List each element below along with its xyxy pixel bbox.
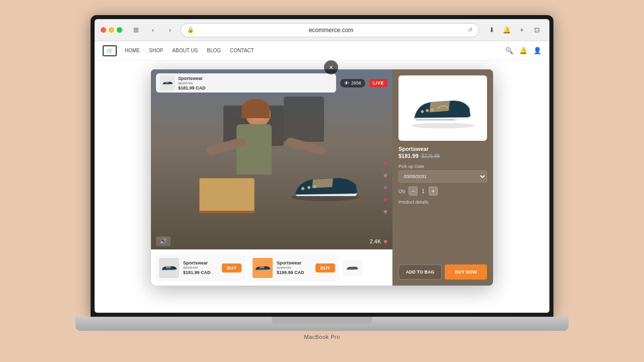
browser-window: ⊞ ‹ › 🔒 ecommerce.com ↺ ⬇ 🔔 + ⊡ [95,19,549,313]
traffic-lights [101,27,122,33]
qty-row: Qty − 1 + [398,187,487,196]
extensions-button[interactable]: ⊡ [530,24,543,37]
buy-now-button[interactable]: BUY NOW [445,264,487,280]
svg-point-1 [301,187,304,190]
product-price-original: $226.99 [422,153,440,159]
forward-button[interactable]: › [164,24,177,37]
sidebar-toggle-button[interactable]: ⊞ [129,24,142,37]
laptop-label: MacBook Pro [304,334,340,340]
laptop-base [75,317,569,331]
volume-button[interactable]: 🔊 [156,236,171,246]
strip-buy-btn-1[interactable]: BUY [222,263,242,273]
ecommerce-site: 🛒 HOME SHOP ABOUT US BLOG CONTACT 🔍 🔔 👤 [95,41,549,313]
eye-icon: 👁 [344,80,349,86]
product-price-row: $181.99 $226.99 [398,153,487,159]
heart-1: ♥ [383,159,387,167]
downloads-button[interactable]: ⬇ [485,24,498,37]
view-count-bottom: 2.4K ♥ [370,238,387,245]
url-display: ecommerce.com [197,27,465,34]
products-strip: Sportswear $220.99 $181.99 CAD BUY [151,249,392,286]
product-preview-card[interactable]: Sportswear $220.99 $181.99 CAD [156,73,336,93]
site-header-right: 🔍 🔔 👤 [505,47,541,54]
strip-item-2: Sportswear $228.99 $199.99 CAD BUY [249,255,339,281]
chevron-down-icon[interactable]: ⌄ [483,72,489,80]
qty-value: 1 [420,189,427,194]
account-icon[interactable]: 👤 [533,47,541,54]
reload-icon[interactable]: ↺ [468,27,472,33]
shoe-box [199,178,255,213]
strip-original-2: $228.99 [277,265,311,270]
qty-label: Qty [398,189,406,194]
viewer-count: 👁 2656 [340,79,365,87]
strip-thumb-2 [253,258,273,278]
nav-home[interactable]: HOME [125,48,140,53]
pickup-date-label: Pick up Date [398,164,487,169]
strip-item-1: Sportswear $220.99 $181.99 CAD BUY [155,255,246,281]
shoe-box-lid [199,211,255,213]
notification-icon[interactable]: 🔔 [519,47,527,54]
heart-4: ♥ [383,196,387,204]
preview-original-price: $220.99 [178,81,206,85]
new-tab-button[interactable]: + [515,24,528,37]
close-traffic-light[interactable] [101,27,106,33]
bottom-heart-icon: ♥ [383,238,387,245]
site-main: × [95,60,549,313]
nav-shop[interactable]: SHOP [149,48,163,53]
product-details-link[interactable]: Product details [398,200,487,205]
product-action-row: ADD TO BAG BUY NOW [398,264,487,280]
strip-price-1: $181.99 CAD [183,270,218,275]
screen-bezel: ⊞ ‹ › 🔒 ecommerce.com ↺ ⬇ 🔔 + ⊡ [91,15,553,317]
product-image-container [398,75,487,141]
minimize-traffic-light[interactable] [109,27,114,33]
svg-point-6 [426,109,429,112]
live-modal: Sportswear $220.99 $181.99 CAD 👁 [151,69,493,286]
qty-controls: − 1 + [409,187,438,196]
right-arm [285,137,326,156]
person-body [236,124,272,174]
product-detail-name: Sportswear [398,146,487,152]
browser-chrome: ⊞ ‹ › 🔒 ecommerce.com ↺ ⬇ 🔔 + ⊡ [95,19,549,41]
strip-price-2: $199.99 CAD [277,270,311,275]
video-top-bar: Sportswear $220.99 $181.99 CAD 👁 [151,69,392,97]
product-preview-thumb [160,75,175,90]
strip-original-1: $220.99 [183,265,218,270]
strip-buy-btn-2[interactable]: BUY [315,263,335,273]
qty-decrease-button[interactable]: − [409,187,418,196]
svg-point-2 [307,186,310,189]
strip-info-2: Sportswear $228.99 $199.99 CAD [277,260,311,275]
search-icon[interactable]: 🔍 [505,47,513,54]
bottom-view-count: 2.4K [370,238,381,244]
svg-point-5 [421,110,424,113]
strip-thumb-1 [159,258,179,278]
qty-increase-button[interactable]: + [429,187,438,196]
nav-about[interactable]: ABOUT US [172,48,198,53]
back-button[interactable]: ‹ [146,24,159,37]
heart-3: ♥ [383,184,387,192]
viewer-count-value: 2656 [351,80,361,85]
svg-point-7 [431,109,434,112]
preview-sale-price: $181.99 CAD [178,85,206,90]
laptop-shell: ⊞ ‹ › 🔒 ecommerce.com ↺ ⬇ 🔔 + ⊡ [80,15,564,347]
product-price-main: $181.99 [398,153,419,159]
nav-blog[interactable]: BLOG [207,48,221,53]
pickup-date-select[interactable]: 03/05/2031 [398,170,487,183]
laptop-notch [272,317,372,324]
person-hair [242,99,270,118]
svg-point-3 [313,185,316,188]
modal-close-button[interactable]: × [324,60,338,74]
strip-info-1: Sportswear $220.99 $181.99 CAD [183,260,218,275]
sneaker-svg [288,164,363,205]
add-to-bag-button[interactable]: ADD TO BAG [398,264,442,280]
alerts-button[interactable]: 🔔 [500,24,513,37]
video-side: Sportswear $220.99 $181.99 CAD 👁 [151,69,392,286]
site-header: 🛒 HOME SHOP ABOUT US BLOG CONTACT 🔍 🔔 👤 [95,41,549,60]
video-area: Sportswear $220.99 $181.99 CAD 👁 [151,69,392,249]
nav-contact[interactable]: CONTACT [230,48,254,53]
address-bar[interactable]: 🔒 ecommerce.com ↺ [181,23,479,37]
heart-5: ♥ [383,208,387,216]
strip-name-1: Sportswear [183,260,218,265]
product-detail-side: ⌄ [392,69,493,286]
preview-product-name: Sportswear [178,76,206,81]
fullscreen-traffic-light[interactable] [117,27,122,33]
heart-2: ♥ [383,171,387,179]
